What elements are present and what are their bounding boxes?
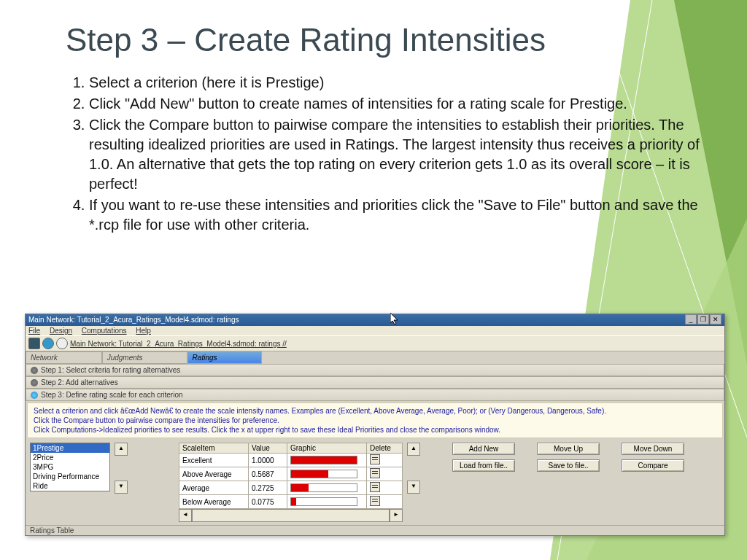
- step-bullet-icon: [31, 379, 38, 386]
- tab-network[interactable]: Network: [26, 351, 102, 364]
- delete-icon[interactable]: [370, 496, 380, 506]
- scroll-down-icon[interactable]: ▼: [115, 481, 128, 494]
- move-up-button[interactable]: Move Up: [537, 443, 600, 455]
- slide-title: Step 3 – Create Rating Intensities: [66, 22, 703, 58]
- criteria-scrollbar[interactable]: ▲▼: [115, 443, 126, 494]
- toolbar-icon-1[interactable]: [28, 338, 40, 349]
- close-button[interactable]: ✕: [710, 314, 721, 324]
- col-scaleitem: ScaleItem: [179, 443, 249, 454]
- tab-ratings[interactable]: Ratings: [187, 351, 262, 364]
- save-to-file-button[interactable]: Save to file..: [537, 459, 600, 472]
- instruction-panel: Select a criterion and click â€œAdd Newâ…: [27, 402, 723, 438]
- criteria-list[interactable]: 1Prestige 2Price 3MPG Driving Performanc…: [30, 443, 110, 491]
- svg-marker-5: [390, 313, 398, 324]
- work-area: 1Prestige 2Price 3MPG Driving Performanc…: [26, 440, 724, 525]
- table-scrollbar[interactable]: ▲▼: [407, 443, 419, 494]
- cursor-icon: [390, 313, 400, 326]
- add-new-button[interactable]: Add New: [452, 443, 515, 455]
- bar-graphic: [290, 483, 357, 492]
- status-bar: Ratings Table: [26, 525, 724, 535]
- window-title: Main Network: Tutorial_2_Acura_Ratings_M…: [28, 314, 239, 326]
- menubar: File Design Computations Help: [26, 326, 724, 335]
- scroll-up-icon[interactable]: ▲: [407, 443, 420, 456]
- scroll-right-icon[interactable]: ►: [390, 509, 403, 522]
- table-hscroll[interactable]: ◄►: [179, 509, 403, 522]
- step2-row[interactable]: Step 2: Add alternatives: [26, 376, 724, 389]
- bullet-2: Click "Add New" button to create names o…: [89, 94, 703, 114]
- menu-file[interactable]: File: [28, 327, 40, 335]
- app-window: Main Network: Tutorial_2_Acura_Ratings_M…: [25, 314, 725, 536]
- back-icon[interactable]: [42, 338, 54, 349]
- bar-graphic: [290, 497, 357, 506]
- criterion-mpg[interactable]: 3MPG: [31, 462, 109, 472]
- criterion-driving[interactable]: Driving Performance: [31, 472, 109, 481]
- breadcrumb-path[interactable]: Main Network: Tutorial_2_Acura_Ratings_M…: [70, 340, 287, 348]
- main-tabs: Network Judgments Ratings: [26, 351, 724, 364]
- col-value: Value: [249, 443, 287, 454]
- delete-icon[interactable]: [370, 482, 380, 492]
- delete-icon[interactable]: [370, 454, 380, 464]
- compare-button[interactable]: Compare: [622, 459, 684, 472]
- criterion-price[interactable]: 2Price: [31, 453, 109, 462]
- titlebar: Main Network: Tutorial_2_Acura_Ratings_M…: [26, 314, 724, 326]
- bullet-3: Click the Compare button to pairwise com…: [89, 115, 703, 194]
- tab-judgments[interactable]: Judgments: [102, 351, 187, 364]
- criterion-ride[interactable]: Ride: [31, 481, 109, 491]
- bar-graphic: [290, 470, 357, 478]
- step-bullet-icon: [31, 392, 38, 399]
- minimize-button[interactable]: _: [685, 314, 697, 324]
- scroll-left-icon[interactable]: ◄: [179, 509, 192, 522]
- menu-computations[interactable]: Computations: [82, 327, 127, 335]
- delete-icon[interactable]: [370, 468, 380, 478]
- scroll-up-icon[interactable]: ▲: [115, 443, 128, 456]
- criterion-prestige[interactable]: 1Prestige: [31, 443, 109, 453]
- bar-graphic: [290, 456, 357, 464]
- table-row[interactable]: Below Average0.0775: [179, 495, 403, 509]
- maximize-button[interactable]: ❐: [697, 314, 709, 324]
- home-icon[interactable]: [56, 338, 68, 349]
- menu-design[interactable]: Design: [50, 327, 72, 335]
- scale-table: ScaleItem Value Graphic Delete Excellent…: [179, 443, 403, 509]
- step1-row[interactable]: Step 1: Select criteria for rating alter…: [26, 364, 724, 376]
- bullet-4: If you want to re-use these intensities …: [89, 195, 703, 235]
- load-from-file-button[interactable]: Load from file..: [452, 459, 515, 472]
- bullet-1: Select a criterion (here it is Prestige): [89, 73, 703, 93]
- move-down-button[interactable]: Move Down: [622, 443, 684, 455]
- step3-row[interactable]: Step 3: Define rating scale for each cri…: [26, 389, 724, 401]
- table-row[interactable]: Above Average0.5687: [179, 467, 403, 481]
- table-row[interactable]: Excellent1.0000: [179, 454, 403, 467]
- step-bullet-icon: [31, 367, 38, 374]
- menu-help[interactable]: Help: [136, 327, 151, 335]
- col-delete: Delete: [367, 443, 403, 454]
- scroll-down-icon[interactable]: ▼: [407, 481, 420, 494]
- table-row[interactable]: Average0.2725: [179, 481, 403, 495]
- toolbar: Main Network: Tutorial_2_Acura_Ratings_M…: [26, 335, 724, 351]
- col-graphic: Graphic: [287, 443, 367, 454]
- instruction-list: Select a criterion (here it is Prestige)…: [66, 73, 703, 235]
